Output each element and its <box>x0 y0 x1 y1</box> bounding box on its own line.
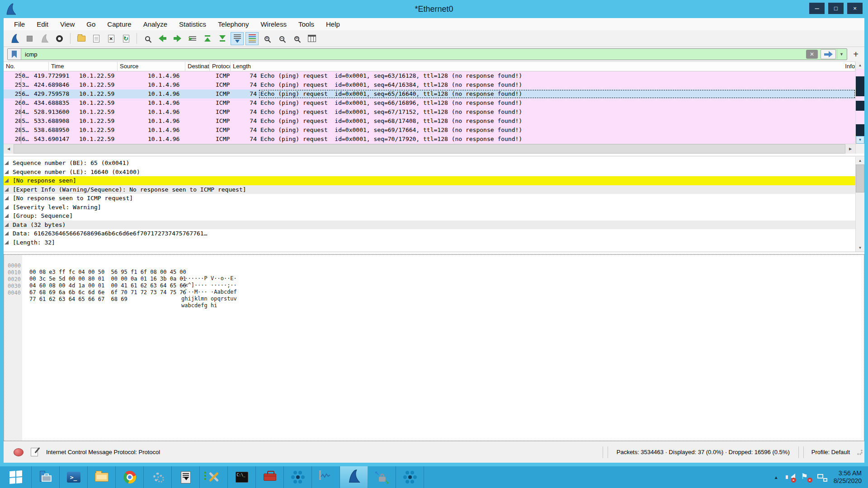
taskbar-red-toolbox[interactable] <box>256 466 284 488</box>
taskbar-performance-monitor[interactable] <box>312 466 340 488</box>
column-header[interactable]: Destination <box>185 62 210 71</box>
menu-item[interactable]: Capture <box>101 18 137 30</box>
taskbar-blue-dots-app-2[interactable] <box>396 466 424 488</box>
display-filter-input[interactable] <box>21 49 806 60</box>
detail-tree-row[interactable]: [No response seen to ICMP request] <box>4 194 855 203</box>
detail-scrollbar[interactable]: ▲ ▼ <box>855 157 864 252</box>
open-file-icon[interactable] <box>75 32 88 45</box>
column-header[interactable]: No. <box>4 62 49 71</box>
volume-muted-icon[interactable]: × <box>785 473 795 482</box>
expander-icon[interactable] <box>5 170 9 174</box>
zoom-reset-icon[interactable]: = <box>290 32 303 45</box>
expander-icon[interactable] <box>5 214 9 218</box>
menu-item[interactable]: Telephony <box>212 18 255 30</box>
detail-tree-row[interactable]: [Severity level: Warning] <box>4 203 855 212</box>
column-header[interactable]: Info <box>843 62 855 71</box>
go-first-packet-icon[interactable] <box>201 32 214 45</box>
detail-tree-row[interactable]: [No response seen] <box>4 176 855 185</box>
taskbar-installer[interactable] <box>172 466 200 488</box>
go-back-icon[interactable] <box>156 32 169 45</box>
taskbar-wireshark[interactable] <box>340 466 368 488</box>
expander-icon[interactable] <box>5 196 9 200</box>
menu-item[interactable]: View <box>54 18 80 30</box>
menu-item[interactable]: Help <box>320 18 346 30</box>
display-filter-field[interactable]: ✕ ▼ <box>7 48 847 60</box>
zoom-in-icon[interactable]: + <box>260 32 274 45</box>
taskbar-server-manager[interactable] <box>32 466 60 488</box>
expander-icon[interactable] <box>5 161 9 165</box>
close-button[interactable]: × <box>847 3 863 14</box>
expander-icon[interactable] <box>5 188 9 192</box>
profile-text[interactable]: Profile: Default <box>806 449 857 455</box>
restart-capture-icon[interactable] <box>38 32 51 45</box>
packet-list-hscrollbar[interactable]: ◀ ▶ <box>4 144 855 154</box>
menu-item[interactable]: Analyze <box>137 18 173 30</box>
hex-line[interactable]: 0010 00 3c 5e 5d 00 00 80 01 00 00 0a 01… <box>4 263 864 270</box>
expander-icon[interactable] <box>5 240 9 244</box>
hex-line[interactable]: 0030 67 68 69 6a 6b 6c 6d 6e 6f 70 71 72… <box>4 277 864 283</box>
packet-row[interactable]: 285… 533.688908 10.1.22.59 10.1.4.96 ICM… <box>4 117 855 126</box>
detail-tree-row[interactable]: [Group: Sequence] <box>4 211 855 221</box>
detail-tree-row[interactable]: Sequence number (LE): 16640 (0x4100) <box>4 168 855 177</box>
packet-row[interactable]: 284… 528.913600 10.1.22.59 10.1.4.96 ICM… <box>4 108 855 117</box>
zoom-out-icon[interactable]: − <box>275 32 288 45</box>
minimize-button[interactable]: ─ <box>809 3 825 14</box>
maximize-button[interactable]: □ <box>828 3 844 14</box>
detail-tree-row[interactable]: Sequence number (BE): 65 (0x0041) <box>4 159 855 168</box>
packet-row[interactable]: 253… 424.689846 10.1.22.59 10.1.4.96 ICM… <box>4 80 855 89</box>
hidden-icons-chevron[interactable]: ▲ <box>774 475 778 480</box>
filter-add-button[interactable]: + <box>850 48 862 60</box>
column-header[interactable]: Length <box>231 62 843 71</box>
menu-item[interactable]: Statistics <box>173 18 212 30</box>
scroll-up-icon[interactable]: ▲ <box>856 61 864 69</box>
capture-options-icon[interactable] <box>53 32 66 45</box>
detail-tree-row[interactable]: [Expert Info (Warning/Sequence): No resp… <box>4 185 855 194</box>
scroll-down-icon[interactable]: ▼ <box>856 136 864 144</box>
resize-columns-icon[interactable] <box>305 32 318 45</box>
column-header[interactable]: Source <box>118 62 185 71</box>
reload-file-icon[interactable]: ↻ <box>119 32 132 45</box>
packet-row[interactable]: 286… 543.690147 10.1.22.59 10.1.4.96 ICM… <box>4 135 855 144</box>
action-center-flag-icon[interactable]: ⚑× <box>801 473 811 482</box>
taskbar-command-prompt[interactable]: C:\_ <box>228 466 256 488</box>
expert-info-icon[interactable] <box>14 448 24 456</box>
taskbar-powershell[interactable]: >_ <box>60 466 88 488</box>
filter-dropdown-icon[interactable]: ▼ <box>837 49 846 59</box>
resize-grip[interactable] <box>857 450 863 455</box>
menu-item[interactable]: Tools <box>292 18 320 30</box>
hex-line[interactable]: 0040 77 61 62 63 64 65 66 67 68 69 wabcd… <box>4 283 864 290</box>
taskbar-admin-tools[interactable] <box>200 466 228 488</box>
scroll-right-icon[interactable]: ▶ <box>845 144 855 154</box>
menu-item[interactable]: File <box>8 18 31 30</box>
packet-row[interactable]: 256… 429.759578 10.1.22.59 10.1.4.96 ICM… <box>4 89 855 99</box>
start-capture-icon[interactable] <box>8 32 21 45</box>
go-forward-icon[interactable] <box>171 32 184 45</box>
pane-splitter[interactable] <box>4 154 864 156</box>
scroll-left-icon[interactable]: ◀ <box>4 144 14 154</box>
go-to-packet-icon[interactable]: ➤ <box>186 32 199 45</box>
capture-comment-icon[interactable] <box>31 448 38 456</box>
network-icon[interactable] <box>817 473 827 482</box>
hex-line[interactable]: 0020 04 60 08 00 4d 1a 00 01 00 41 61 62… <box>4 270 864 277</box>
go-last-packet-icon[interactable] <box>216 32 229 45</box>
taskbar-clock[interactable]: 3:56 AM 8/25/2020 <box>834 469 862 485</box>
auto-scroll-toggle[interactable] <box>231 32 244 45</box>
packet-list-scrollbar[interactable]: ▲ ▼ <box>855 61 864 154</box>
stop-capture-icon[interactable] <box>23 32 36 45</box>
column-header[interactable]: Time <box>49 62 118 71</box>
hex-line[interactable]: 0000 00 08 e3 ff fc 04 00 50 56 95 f1 6f… <box>4 256 864 263</box>
detail-tree-row[interactable]: [Length: 32] <box>4 238 855 247</box>
filter-bookmark-icon[interactable] <box>8 49 21 60</box>
menu-item[interactable]: Wireless <box>255 18 292 30</box>
scroll-up-icon[interactable]: ▲ <box>856 157 864 164</box>
find-packet-icon[interactable] <box>141 32 154 45</box>
colorize-toggle[interactable] <box>245 32 259 45</box>
menu-item[interactable]: Go <box>80 18 101 30</box>
taskbar-file-explorer[interactable] <box>88 466 116 488</box>
packet-row[interactable]: 285… 538.688950 10.1.22.59 10.1.4.96 ICM… <box>4 126 855 135</box>
expander-icon[interactable] <box>5 223 9 227</box>
menu-item[interactable]: Edit <box>31 18 54 30</box>
hscroll-thumb[interactable] <box>14 144 845 154</box>
taskbar-lock-sync[interactable]: ↖↘ <box>368 466 396 488</box>
filter-apply-icon[interactable] <box>821 49 836 59</box>
